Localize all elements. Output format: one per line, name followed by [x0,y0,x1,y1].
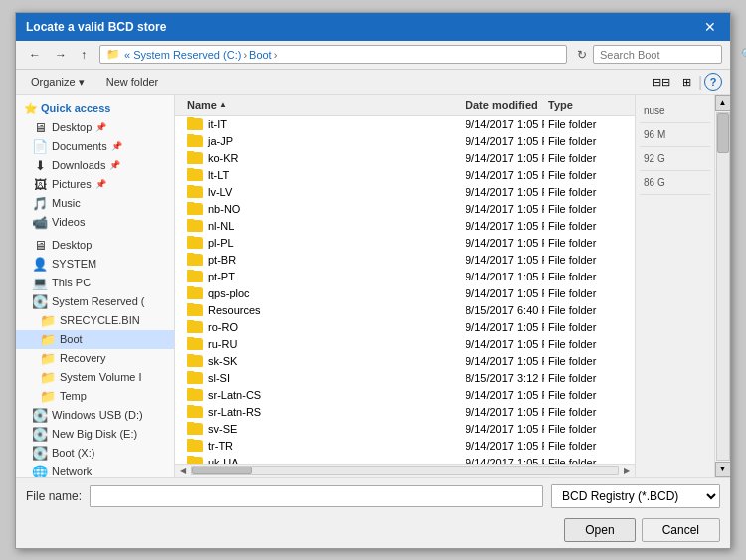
file-type: File folder [548,254,596,266]
table-row[interactable]: ko-KR 9/14/2017 1:05 PM File folder [175,150,635,167]
file-date: 9/14/2017 1:05 PM [466,321,544,333]
table-row[interactable]: pt-BR 9/14/2017 1:05 PM File folder [175,252,635,269]
col-name-label: Name [187,99,217,111]
network-icon: 🌐 [32,465,48,477]
sidebar-item-documents-pin[interactable]: 📄 Documents 📌 [16,137,174,156]
up-button[interactable]: ↑ [76,45,92,65]
view-controls: ⊟⊟ ⊞ | ? [648,73,722,92]
action-toolbar: Organize ▾ New folder ⊟⊟ ⊞ | ? [16,70,730,95]
sidebar-item-temp[interactable]: 📁 Temp [16,387,174,406]
desktop2-icon: 🖥 [32,238,48,253]
file-type-cell: File folder [544,219,627,233]
scroll-down-arrow[interactable]: ▼ [715,462,731,477]
sidebar-item-windows-usb[interactable]: 💽 Windows USB (D:) [16,406,174,425]
sidebar-item-desktop[interactable]: 🖥 Desktop [16,236,174,255]
table-row[interactable]: ro-RO 9/14/2017 1:05 PM File folder [175,319,635,336]
sidebar-item-downloads-pin[interactable]: ⬇ Downloads 📌 [16,156,174,175]
scroll-right-arrow[interactable]: ▶ [621,467,633,475]
dialog-title: Locate a valid BCD store [26,20,166,34]
sidebar-item-desktop-pin[interactable]: 🖥 Desktop 📌 [16,118,174,137]
sidebar-item-system-volume[interactable]: 📁 System Volume I [16,368,174,387]
table-row[interactable]: nb-NO 9/14/2017 1:05 PM File folder [175,201,635,218]
sidebar-item-this-pc[interactable]: 💻 This PC [16,274,174,292]
table-row[interactable]: pl-PL 9/14/2017 1:05 PM File folder [175,235,635,252]
search-input[interactable] [600,49,737,61]
file-name: nb-NO [208,203,240,215]
table-row[interactable]: ja-JP 9/14/2017 1:05 PM File folder [175,133,635,150]
search-box[interactable]: 🔍 [593,45,722,64]
sidebar-item-music[interactable]: 🎵 Music [16,194,174,213]
file-name: sv-SE [208,423,237,435]
vertical-scrollbar[interactable]: ▲ ▼ [714,95,730,477]
file-name-cell: nb-NO [183,202,462,216]
filetype-select[interactable]: BCD Registry (*.BCD) [551,484,720,508]
col-date[interactable]: Date modified [462,97,544,113]
table-row[interactable]: sl-SI 8/15/2017 3:12 PM File folder [175,370,635,387]
table-row[interactable]: ru-RU 9/14/2017 1:05 PM File folder [175,336,635,353]
scroll-up-arrow[interactable]: ▲ [715,95,731,111]
file-date-cell: 9/14/2017 1:05 PM [462,270,544,283]
table-row[interactable]: Resources 8/15/2017 6:40 PM File folder [175,302,635,319]
file-type-cell: File folder [544,320,627,334]
new-folder-button[interactable]: New folder [99,73,166,91]
table-row[interactable]: sr-Latn-CS 9/14/2017 1:05 PM File folder [175,387,635,404]
sidebar-item-new-big-disk[interactable]: 💽 New Big Disk (E:) [16,425,174,444]
sidebar-item-boot-x[interactable]: 💽 Boot (X:) [16,444,174,463]
col-type[interactable]: Type [544,97,627,113]
refresh-button[interactable]: ↻ [575,48,589,62]
file-type-cell: File folder [544,253,627,267]
forward-button[interactable]: → [50,45,72,65]
documents-icon: 📄 [32,139,48,154]
sidebar-item-pictures-pin[interactable]: 🖼 Pictures 📌 [16,175,174,194]
filename-input[interactable] [90,485,543,507]
scroll-left-arrow[interactable]: ◀ [177,467,189,475]
file-type: File folder [548,169,596,181]
sidebar-item-recovery[interactable]: 📁 Recovery [16,349,174,368]
sidebar-item-boot[interactable]: 📁 Boot [16,330,174,349]
vertical-scroll-thumb[interactable] [717,113,729,153]
open-button[interactable]: Open [564,518,635,542]
address-bar[interactable]: 📁 « System Reserved (C:) › Boot › [99,45,567,64]
sidebar-item-srecycle[interactable]: 📁 SRECYCLE.BIN [16,311,174,330]
file-date: 9/14/2017 1:05 PM [466,287,544,299]
file-name: ro-RO [208,321,238,333]
table-row[interactable]: lt-LT 9/14/2017 1:05 PM File folder [175,167,635,184]
search-icon: 🔍 [741,48,746,61]
file-date: 8/15/2017 6:40 PM [466,304,544,316]
table-row[interactable]: nl-NL 9/14/2017 1:05 PM File folder [175,218,635,235]
file-type-cell: File folder [544,168,627,182]
table-row[interactable]: pt-PT 9/14/2017 1:05 PM File folder [175,269,635,285]
table-row[interactable]: sv-SE 9/14/2017 1:05 PM File folder [175,421,635,438]
file-date: 9/14/2017 1:05 PM [466,271,544,282]
col-name[interactable]: Name ▲ [183,97,462,113]
table-row[interactable]: uk-UA 9/14/2017 1:05 PM File folder [175,455,635,464]
quick-access-header[interactable]: ⭐ Quick access [16,99,174,118]
table-row[interactable]: lv-LV 9/14/2017 1:05 PM File folder [175,184,635,201]
sidebar-item-label: Temp [60,390,87,402]
sidebar-item-network[interactable]: 🌐 Network [16,463,174,477]
help-button[interactable]: ? [704,73,722,91]
table-row[interactable]: sr-Latn-RS 9/14/2017 1:05 PM File folder [175,404,635,421]
right-sidebar-item-nuse: nuse [640,99,710,123]
close-button[interactable]: ✕ [700,19,720,35]
breadcrumb-boot[interactable]: Boot [249,49,272,61]
view-icon-button[interactable]: ⊞ [677,73,696,92]
horizontal-scrollbar[interactable]: ◀ ▶ [175,464,635,477]
file-list[interactable]: it-IT 9/14/2017 1:05 PM File folder ja-J… [175,116,635,464]
new-big-disk-icon: 💽 [32,427,48,442]
table-row[interactable]: tr-TR 9/14/2017 1:05 PM File folder [175,438,635,455]
table-row[interactable]: it-IT 9/14/2017 1:05 PM File folder [175,116,635,133]
scroll-thumb[interactable] [192,467,252,474]
cancel-button[interactable]: Cancel [642,518,720,542]
sidebar-item-videos[interactable]: 📹 Videos [16,213,174,232]
breadcrumb-system-reserved[interactable]: « System Reserved (C:) [124,49,241,61]
back-button[interactable]: ← [24,45,46,65]
sidebar-item-system[interactable]: 👤 SYSTEM [16,255,174,274]
organize-button[interactable]: Organize ▾ [24,73,92,92]
file-type: File folder [548,423,596,435]
view-details-button[interactable]: ⊟⊟ [648,73,675,92]
sidebar-item-system-reserved[interactable]: 💽 System Reserved ( [16,292,174,311]
table-row[interactable]: sk-SK 9/14/2017 1:05 PM File folder [175,353,635,370]
table-row[interactable]: qps-ploc 9/14/2017 1:05 PM File folder [175,285,635,302]
file-name: sk-SK [208,355,237,367]
